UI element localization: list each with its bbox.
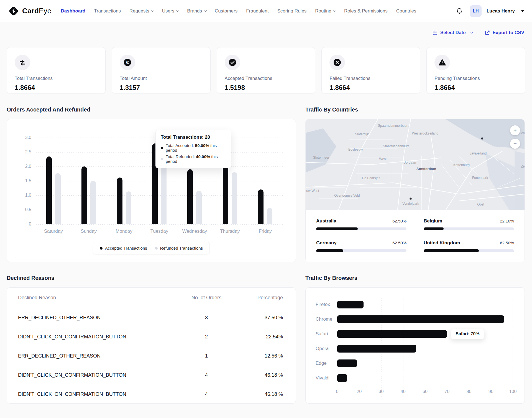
traffic-browsers-card: FirefoxChromeSafariSafari: 70%OperaEdgeV…	[305, 287, 525, 404]
browser-bar[interactable]	[337, 301, 364, 308]
accepted-bar[interactable]	[187, 169, 193, 224]
accepted-bar[interactable]	[258, 189, 264, 224]
browser-row: SafariSafari: 70%	[316, 326, 513, 341]
x-axis-tick-label: 20	[357, 389, 362, 394]
nav-item-dashboard[interactable]: Dashboard	[61, 8, 85, 14]
nav-item-requests[interactable]: Requests	[129, 8, 154, 14]
refunded-bar[interactable]	[55, 173, 61, 224]
nav-item-customers[interactable]: Customers	[215, 8, 237, 14]
browser-row: Edge	[316, 356, 513, 371]
map-place-label: Slotermeer	[313, 156, 329, 159]
browser-bar[interactable]	[337, 374, 347, 382]
cell-percentage: 46.18 %	[240, 391, 285, 397]
country-progress-fill	[424, 227, 444, 230]
orders-xlabels: SaturdaySundayMondayTuesdayWednesdayThur…	[36, 229, 283, 234]
nav-item-routing[interactable]: Routing	[315, 8, 336, 14]
orders-chart-card: 3.02.52.01.51.00.50 SaturdaySundayMonday…	[7, 119, 296, 262]
calendar-icon	[432, 30, 438, 36]
stat-card-failed-transactions: Failed Transactions 1.8664	[321, 47, 420, 94]
browser-bar-track	[337, 301, 513, 308]
export-csv-button[interactable]: Export to CSV	[485, 30, 524, 36]
euro-icon: €	[120, 55, 135, 70]
main-nav: Dashboard Transactions Requests Users Br…	[61, 8, 416, 14]
x-axis-tick-label: 60	[423, 389, 428, 394]
cell-orders: 1	[173, 353, 240, 359]
avatar[interactable]: LH	[470, 5, 482, 17]
nav-item-roles-permissions[interactable]: Roles & Permissions	[344, 8, 388, 14]
cell-reason: ERR_DECLINED_OTHER_REASON	[18, 315, 173, 321]
x-axis-tick-label: Monday	[106, 229, 142, 234]
cell-percentage: 22.54%	[240, 334, 285, 340]
stat-label: Accepted Transactions	[225, 76, 308, 81]
refunded-bar[interactable]	[196, 191, 202, 224]
cell-orders: 4	[173, 391, 240, 397]
country-progress-fill	[424, 249, 479, 252]
user-name: Lucas Henry	[487, 8, 515, 14]
y-axis-tick-label: 2.5	[18, 150, 31, 154]
browsers-chart: FirefoxChromeSafariSafari: 70%OperaEdgeV…	[316, 297, 513, 397]
browser-bar-track	[337, 374, 513, 382]
refunded-bar[interactable]	[90, 181, 96, 224]
check-circle-icon	[225, 55, 240, 70]
stat-value: 1.8664	[15, 84, 98, 92]
x-axis-tick-label: 40	[401, 389, 406, 394]
country-percentage: 62.50%	[500, 240, 514, 245]
browser-bar-track	[337, 359, 513, 367]
refunded-bar[interactable]	[232, 172, 237, 224]
table-header: Declined Reason No. of Orders Percentage	[7, 288, 296, 308]
stat-label: Total Amount	[120, 76, 203, 81]
map-place-label: Amsterdam	[416, 166, 436, 171]
browser-bar[interactable]	[337, 315, 504, 323]
tooltip-title: Total Transactions: 20	[161, 135, 226, 140]
table-row: ERR_DECLINED_OTHER_REASON 3 37.50 %	[7, 308, 296, 327]
x-axis-tick-label: 70	[444, 389, 449, 394]
orders-chart-tooltip: Total Transactions: 20 Total Accepted: 5…	[155, 130, 231, 168]
nav-item-fraudulent[interactable]: Fraudulent	[246, 8, 268, 14]
country-name: Belgium	[424, 218, 442, 224]
browser-row: Vivaldi	[316, 371, 513, 385]
stat-label: Failed Transactions	[329, 76, 412, 81]
browser-row: Opera	[316, 341, 513, 356]
nav-item-brands[interactable]: Brands	[187, 8, 206, 14]
browser-bar[interactable]	[337, 330, 447, 338]
browser-bar[interactable]	[337, 359, 357, 367]
tooltip-dot	[161, 147, 163, 149]
table-row: DIDN’T_CLICK_ON_CONFIRMATION_BUTTON 2 22…	[7, 327, 296, 346]
cell-orders: 3	[173, 315, 240, 321]
y-axis-tick-label: 1.0	[18, 193, 31, 198]
refunded-bar[interactable]	[161, 162, 167, 224]
nav-item-transactions[interactable]: Transactions	[94, 8, 121, 14]
map-place-label: Overtoomse Veld	[334, 194, 360, 197]
browser-row: Chrome	[316, 312, 513, 326]
accepted-bar[interactable]	[81, 166, 87, 224]
notifications-button[interactable]	[454, 6, 465, 17]
stat-label: Pending Transactions	[434, 76, 517, 81]
refunded-bar[interactable]	[267, 208, 272, 224]
map-place-label: Staatsliedenbuurt	[383, 144, 409, 148]
accepted-bar[interactable]	[46, 156, 52, 224]
accepted-bar[interactable]	[223, 162, 228, 224]
nav-item-countries[interactable]: Countries	[396, 8, 416, 14]
map[interactable]: SpaarndammerbuurtWesterdokseilandSloterd…	[306, 119, 525, 210]
user-menu-caret-icon[interactable]	[521, 10, 524, 12]
nav-item-users[interactable]: Users	[162, 8, 178, 14]
select-date-button[interactable]: Select Date	[432, 30, 472, 36]
cell-percentage: 12.56 %	[240, 353, 285, 359]
x-axis-tick-label: Wednesday	[177, 229, 212, 234]
map-zoom-in-button[interactable]: +	[510, 125, 520, 135]
warning-icon	[434, 55, 450, 70]
brand-logo[interactable]: CardEye	[8, 5, 51, 17]
declined-section-title: Declined Reasons	[7, 275, 296, 281]
nav-item-scoring-rules[interactable]: Scoring Rules	[277, 8, 307, 14]
x-axis-tick-label: 90	[488, 389, 493, 394]
refunded-bar[interactable]	[126, 191, 131, 224]
browser-tooltip: Safari: 70%	[451, 329, 484, 339]
browser-bar[interactable]	[337, 345, 416, 353]
map-place-label: Sloterdijk	[355, 132, 369, 136]
map-zoom-out-button[interactable]: −	[510, 139, 520, 149]
bar-group	[248, 138, 283, 224]
bottom-row: Declined Reasons Declined Reason No. of …	[0, 262, 532, 404]
country-item-belgium: Belgium 22.10%	[424, 218, 514, 230]
transactions-swap-icon	[15, 55, 30, 70]
accepted-bar[interactable]	[117, 178, 122, 224]
